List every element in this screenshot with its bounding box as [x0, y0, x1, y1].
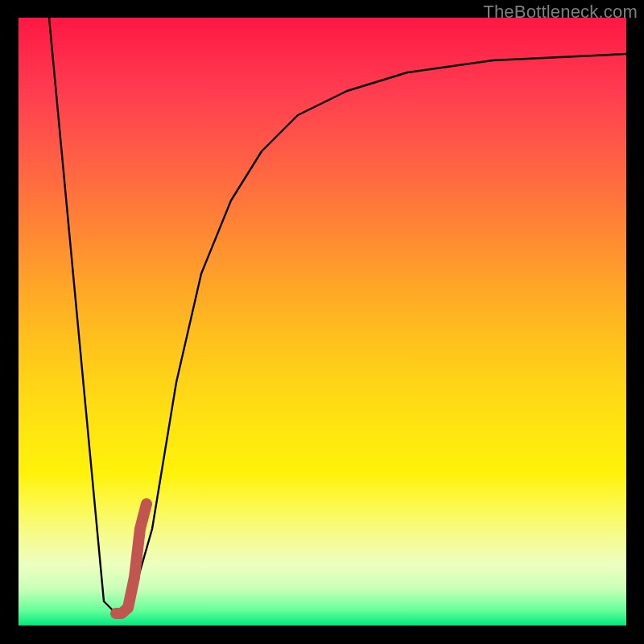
- watermark-text: TheBottleneck.com: [483, 2, 638, 23]
- plot-area: [19, 18, 626, 625]
- curve-layer: [19, 18, 626, 625]
- highlight-segment: [116, 504, 147, 613]
- chart-frame: TheBottleneck.com: [0, 0, 644, 644]
